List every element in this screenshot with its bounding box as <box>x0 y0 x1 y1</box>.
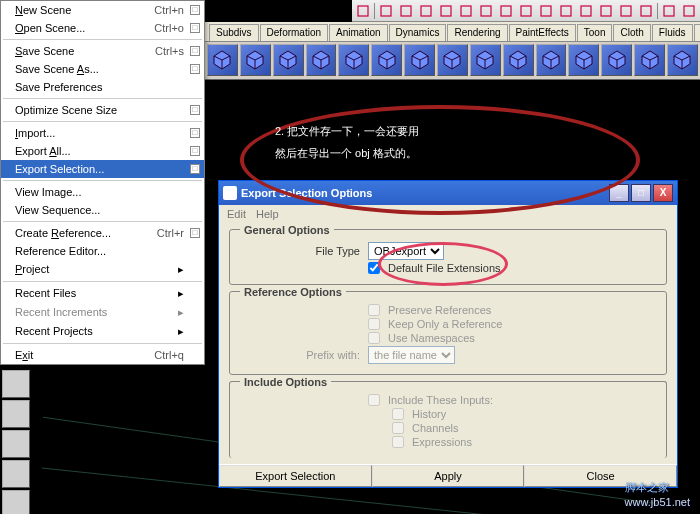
menu-recent-files[interactable]: Recent Files▸ <box>1 284 204 303</box>
svg-rect-10 <box>561 6 571 16</box>
square2-icon[interactable] <box>477 3 495 19</box>
svg-rect-16 <box>684 6 694 16</box>
shelf-plane-icon[interactable] <box>273 44 304 76</box>
maya-icon <box>223 186 237 200</box>
tab-subdivs[interactable]: Subdivs <box>209 24 259 41</box>
filetype-select[interactable]: OBJexport <box>368 242 444 260</box>
diamond-icon[interactable] <box>417 3 435 19</box>
apply-button[interactable]: Apply <box>372 465 525 487</box>
general-options: General Options File Type OBJexport Defa… <box>229 229 667 285</box>
dialog-menu-edit[interactable]: Edit <box>227 208 246 220</box>
four-view-icon[interactable] <box>2 400 30 428</box>
ref-preserve-references-checkbox <box>368 304 380 316</box>
layers-icon[interactable] <box>517 3 535 19</box>
menu-exit[interactable]: ExitCtrl+q <box>1 346 204 364</box>
tab-dynamics[interactable]: Dynamics <box>389 24 447 41</box>
side-view-icon[interactable] <box>2 430 30 458</box>
menu-recent-projects[interactable]: Recent Projects▸ <box>1 322 204 341</box>
menu-view-sequence[interactable]: View Sequence... <box>1 201 204 219</box>
tab-cloth[interactable]: Cloth <box>613 24 650 41</box>
shelf-torus-icon[interactable] <box>470 44 501 76</box>
ref-keep-only-a-reference-checkbox <box>368 318 380 330</box>
menu-import[interactable]: Import...□ <box>1 124 204 142</box>
front-view-icon[interactable] <box>2 460 30 488</box>
shelf <box>205 42 700 80</box>
tab-deformation[interactable]: Deformation <box>260 24 328 41</box>
menu-open-scene[interactable]: Open Scene...Ctrl+o□ <box>1 19 204 37</box>
outliner-icon[interactable] <box>2 490 30 514</box>
tab-fluids[interactable]: Fluids <box>652 24 693 41</box>
file-menu: New SceneCtrl+n□Open Scene...Ctrl+o□Save… <box>0 0 205 365</box>
export-selection-button[interactable]: Export Selection <box>219 465 372 487</box>
shelf-grid-icon[interactable] <box>338 44 369 76</box>
cube3-icon[interactable] <box>577 3 595 19</box>
svg-rect-12 <box>601 6 611 16</box>
transfer-icon[interactable] <box>597 3 615 19</box>
shelf-pipe-icon[interactable] <box>634 44 665 76</box>
cross-icon[interactable] <box>437 3 455 19</box>
svg-rect-9 <box>541 6 551 16</box>
svg-rect-4 <box>441 6 451 16</box>
tab-animation[interactable]: Animation <box>329 24 387 41</box>
svg-rect-14 <box>641 6 651 16</box>
close-button[interactable]: X <box>653 184 673 202</box>
svg-rect-7 <box>501 6 511 16</box>
include-channels-checkbox <box>392 422 404 434</box>
shelf-ring-icon[interactable] <box>371 44 402 76</box>
shelf-prism-icon[interactable] <box>601 44 632 76</box>
cube-icon[interactable] <box>397 3 415 19</box>
maximize-button[interactable]: □ <box>631 184 651 202</box>
menu-create-reference[interactable]: Create Reference...Ctrl+r□ <box>1 224 204 242</box>
tab-fur[interactable]: Fur <box>694 24 701 41</box>
tab-toon[interactable]: Toon <box>577 24 613 41</box>
shelf-cube-icon[interactable] <box>207 44 238 76</box>
menu-optimize-scene-size[interactable]: Optimize Scene Size□ <box>1 101 204 119</box>
shelf-sphere-icon[interactable] <box>240 44 271 76</box>
dialog-menu-help[interactable]: Help <box>256 208 279 220</box>
shelf-disc-icon[interactable] <box>536 44 567 76</box>
dialog-buttons: Export Selection Apply Close <box>219 464 677 487</box>
menu-export-selection[interactable]: Export Selection...□ <box>1 160 204 178</box>
menu-project[interactable]: Project▸ <box>1 260 204 279</box>
watermark: 脚本之家 www.jb51.net <box>625 475 690 508</box>
magnet-icon[interactable] <box>637 3 655 19</box>
include-expressions-checkbox <box>392 436 404 448</box>
square-icon[interactable] <box>354 3 372 19</box>
menu-save-preferences[interactable]: Save Preferences <box>1 78 204 96</box>
cube2-icon[interactable] <box>557 3 575 19</box>
layers2-icon[interactable] <box>537 3 555 19</box>
menu-save-scene[interactable]: Save SceneCtrl+s□ <box>1 42 204 60</box>
shelf-cone-icon[interactable] <box>437 44 468 76</box>
donut-icon[interactable] <box>680 3 698 19</box>
annotation-text: 2. 把文件存一下，一会还要用 然后在导出一个 obj 格式的。 <box>275 120 419 164</box>
shelf-wedge-icon[interactable] <box>568 44 599 76</box>
plane-icon[interactable] <box>377 3 395 19</box>
fill-icon[interactable] <box>497 3 515 19</box>
svg-rect-11 <box>581 6 591 16</box>
menu-export-all[interactable]: Export All...□ <box>1 142 204 160</box>
shelf-cylinder-icon[interactable] <box>404 44 435 76</box>
ref-use-namespaces-checkbox <box>368 332 380 344</box>
menu-reference-editor[interactable]: Reference Editor... <box>1 242 204 260</box>
view-icons <box>2 370 30 514</box>
tab-rendering[interactable]: Rendering <box>447 24 507 41</box>
book-icon[interactable] <box>617 3 635 19</box>
svg-rect-8 <box>521 6 531 16</box>
shelf-helix-icon[interactable] <box>667 44 698 76</box>
menu-view-image[interactable]: View Image... <box>1 183 204 201</box>
menu-new-scene[interactable]: New SceneCtrl+n□ <box>1 1 204 19</box>
shelf-pyramid-icon[interactable] <box>306 44 337 76</box>
cone-icon[interactable] <box>660 3 678 19</box>
tab-painteffects[interactable]: PaintEffects <box>509 24 576 41</box>
svg-rect-5 <box>461 6 471 16</box>
include-inputs-checkbox <box>368 394 380 406</box>
diamond2-icon[interactable] <box>457 3 475 19</box>
svg-rect-3 <box>421 6 431 16</box>
svg-rect-1 <box>381 6 391 16</box>
shelf-donut-icon[interactable] <box>503 44 534 76</box>
menu-save-scene-as[interactable]: Save Scene As...□ <box>1 60 204 78</box>
export-dialog: Export Selection Options _ □ X Edit Help… <box>218 180 678 488</box>
persp-icon[interactable] <box>2 370 30 398</box>
default-ext-checkbox[interactable] <box>368 262 380 274</box>
shelf-tabs: SubdivsDeformationAnimationDynamicsRende… <box>205 22 700 42</box>
